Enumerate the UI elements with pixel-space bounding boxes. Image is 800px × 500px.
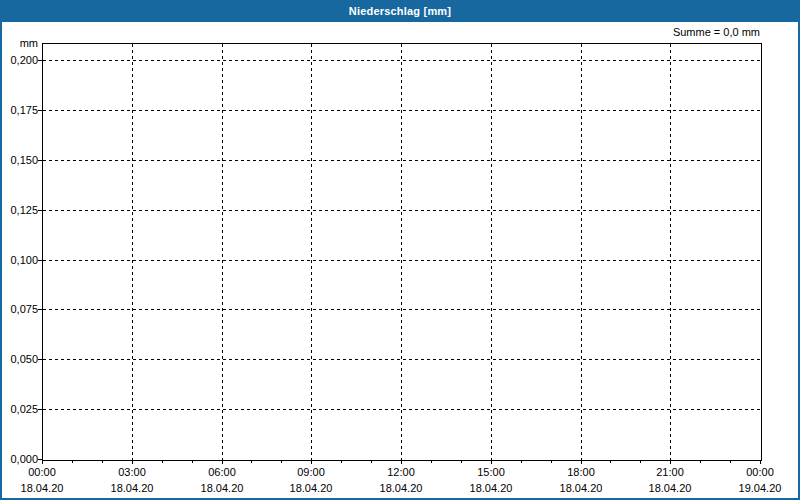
x-axis-minor-tick — [551, 460, 552, 463]
y-tick-label: 0,150 — [2, 154, 38, 166]
x-gridline — [491, 44, 492, 460]
x-gridline — [581, 44, 582, 460]
x-gridline — [132, 44, 133, 460]
y-tick-label: 0,175 — [2, 104, 38, 116]
x-tick-time-label: 21:00 — [640, 466, 700, 478]
x-tick-date-label: 18.04.20 — [461, 482, 521, 494]
x-axis-minor-tick — [610, 460, 611, 463]
sum-annotation: Summe = 0,0 mm — [673, 26, 760, 38]
x-axis-major-tick — [670, 460, 671, 464]
x-tick-date-label: 18.04.20 — [371, 482, 431, 494]
x-gridline — [311, 44, 312, 460]
y-gridline — [43, 309, 761, 310]
x-axis-minor-tick — [521, 460, 522, 463]
y-axis-tick — [38, 359, 42, 360]
x-axis-minor-tick — [640, 460, 641, 463]
x-axis-minor-tick — [431, 460, 432, 463]
x-axis-minor-tick — [341, 460, 342, 463]
x-gridline — [670, 44, 671, 460]
y-tick-label: 0,075 — [2, 303, 38, 315]
chart-title: Niederschlag [mm] — [349, 5, 451, 17]
x-tick-date-label: 18.04.20 — [102, 482, 162, 494]
x-axis-major-tick — [311, 460, 312, 464]
x-tick-date-label: 18.04.20 — [281, 482, 341, 494]
y-tick-label: 0,025 — [2, 403, 38, 415]
x-axis-minor-tick — [102, 460, 103, 463]
y-axis-tick — [38, 160, 42, 161]
x-tick-time-label: 03:00 — [102, 466, 162, 478]
x-tick-time-label: 09:00 — [281, 466, 341, 478]
x-tick-date-label: 18.04.20 — [12, 482, 72, 494]
x-tick-time-label: 15:00 — [461, 466, 521, 478]
x-axis-major-tick — [491, 460, 492, 464]
x-axis-minor-tick — [281, 460, 282, 463]
y-axis-tick — [38, 409, 42, 410]
x-axis-minor-tick — [371, 460, 372, 463]
x-axis-major-tick — [222, 460, 223, 464]
x-tick-date-label: 18.04.20 — [192, 482, 252, 494]
x-tick-time-label: 00:00 — [12, 466, 72, 478]
y-axis-tick — [38, 60, 42, 61]
y-gridline — [43, 60, 761, 61]
x-tick-time-label: 12:00 — [371, 466, 431, 478]
y-tick-label: 0,100 — [2, 254, 38, 266]
x-axis-major-tick — [132, 460, 133, 464]
x-axis-minor-tick — [162, 460, 163, 463]
x-axis-minor-tick — [700, 460, 701, 463]
chart-window: Niederschlag [mm] Summe = 0,0 mm mm 0,00… — [0, 0, 800, 500]
x-axis-minor-tick — [730, 460, 731, 463]
x-axis-minor-tick — [192, 460, 193, 463]
y-gridline — [43, 359, 761, 360]
y-gridline — [43, 160, 761, 161]
x-tick-date-label: 18.04.20 — [551, 482, 611, 494]
y-gridline — [43, 260, 761, 261]
x-axis-major-tick — [42, 460, 43, 464]
x-tick-time-label: 06:00 — [192, 466, 252, 478]
y-tick-label: 0,000 — [2, 453, 38, 465]
x-axis-major-tick — [760, 460, 761, 464]
x-gridline — [401, 44, 402, 460]
x-axis-major-tick — [401, 460, 402, 464]
plot-area[interactable] — [42, 43, 762, 461]
y-gridline — [43, 210, 761, 211]
x-tick-time-label: 00:00 — [730, 466, 790, 478]
y-axis-tick — [38, 309, 42, 310]
y-axis-tick — [38, 110, 42, 111]
y-axis-tick — [38, 210, 42, 211]
titlebar: Niederschlag [mm] — [0, 0, 800, 22]
y-gridline — [43, 409, 761, 410]
chart-content: Summe = 0,0 mm mm 0,0000,0250,0500,0750,… — [2, 22, 798, 498]
y-gridline — [43, 110, 761, 111]
x-tick-date-label: 18.04.20 — [640, 482, 700, 494]
x-axis-minor-tick — [72, 460, 73, 463]
y-axis-tick — [38, 260, 42, 261]
x-axis-major-tick — [581, 460, 582, 464]
x-tick-date-label: 19.04.20 — [730, 482, 790, 494]
y-tick-label: 0,125 — [2, 204, 38, 216]
x-axis-minor-tick — [461, 460, 462, 463]
y-tick-label: 0,200 — [2, 54, 38, 66]
x-gridline — [222, 44, 223, 460]
x-axis-minor-tick — [251, 460, 252, 463]
y-axis-unit-label: mm — [2, 37, 38, 49]
x-tick-time-label: 18:00 — [551, 466, 611, 478]
y-tick-label: 0,050 — [2, 353, 38, 365]
